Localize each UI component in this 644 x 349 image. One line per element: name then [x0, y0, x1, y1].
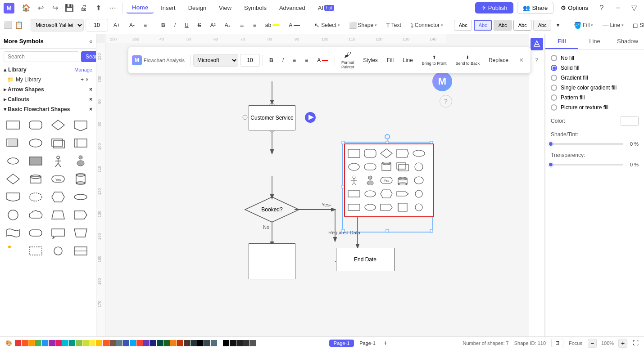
search-button[interactable]: Search: [81, 51, 96, 62]
sp-drum3[interactable]: [413, 174, 425, 187]
home-nav-icon[interactable]: 🏠: [20, 2, 32, 14]
fill-option-single-gradient[interactable]: Single color gradient fill: [551, 85, 639, 91]
sp-circle4[interactable]: [413, 201, 425, 214]
fullscreen-btn[interactable]: ⛶: [633, 340, 639, 346]
ft-align2-btn[interactable]: ≡: [301, 55, 312, 65]
sp-oval3[interactable]: [364, 188, 376, 200]
text-tool-btn[interactable]: T Text: [382, 20, 405, 31]
align-btn[interactable]: ≡: [140, 20, 150, 30]
basic-flowchart-section[interactable]: ▾ Basic Flowchart Shapes ×: [0, 104, 96, 114]
palette-dark-orange[interactable]: [177, 340, 183, 346]
subscript-btn[interactable]: A₂: [221, 20, 234, 30]
style-swatch-5[interactable]: Abc: [533, 20, 551, 31]
rp-tab-fill[interactable]: Fill: [545, 34, 578, 49]
palette-orange1[interactable]: [22, 340, 28, 346]
nav-tab-design[interactable]: Design: [183, 3, 212, 13]
ft-replace-btn[interactable]: Replace: [485, 55, 512, 65]
nav-tab-advanced[interactable]: Advanced: [274, 3, 311, 13]
zoom-in-btn[interactable]: +: [618, 339, 627, 348]
connector-tool-btn[interactable]: ⤵ Connector ▾: [407, 20, 447, 31]
nav-tab-symbols[interactable]: Symbols: [239, 3, 272, 13]
palette-pink[interactable]: [55, 340, 62, 346]
close-arrow-shapes-btn[interactable]: ×: [89, 86, 92, 93]
palette-deep-purple[interactable]: [143, 340, 150, 346]
more-nav-btn[interactable]: ⋯: [106, 2, 119, 14]
styles-expand-btn[interactable]: ▾: [553, 20, 563, 30]
sp-diamond[interactable]: [380, 147, 393, 160]
palette-dark-green[interactable]: [163, 340, 170, 346]
shape-dashed-rect[interactable]: [26, 243, 45, 259]
palette-black[interactable]: [197, 340, 204, 346]
font-family-select[interactable]: Microsoft YaHei: [31, 19, 84, 31]
sidebar-collapse-btn[interactable]: «: [89, 38, 92, 45]
fill-option-solid[interactable]: Solid fill: [551, 65, 639, 71]
sp-circle2[interactable]: [413, 161, 425, 173]
sp-rect2[interactable]: [348, 188, 360, 200]
fill-option-gradient[interactable]: Gradient fill: [551, 75, 639, 81]
shade-slider-thumb[interactable]: [548, 141, 553, 147]
style-swatch-3[interactable]: Abc: [494, 20, 512, 31]
font-color-btn[interactable]: A: [285, 20, 304, 30]
sp-hex[interactable]: [380, 188, 393, 200]
shape-trapezoid2[interactable]: [71, 225, 90, 241]
shape-striped-rect[interactable]: [71, 135, 90, 151]
fit-page-btn[interactable]: ⊡: [551, 339, 563, 347]
color-picker-swatch[interactable]: [621, 116, 639, 126]
style-swatch-2[interactable]: Abc: [474, 20, 492, 31]
shape-trapezoid[interactable]: [49, 207, 68, 223]
fill-option-pattern[interactable]: Pattern fill: [551, 94, 639, 101]
palette-dark-amber[interactable]: [170, 340, 177, 346]
ft-font-size-input[interactable]: [240, 54, 260, 67]
nav-tab-insert[interactable]: Insert: [155, 3, 181, 13]
my-library-item[interactable]: 📁 My Library + ×: [0, 75, 96, 85]
sp-yes[interactable]: Yes: [380, 174, 393, 187]
palette-amber[interactable]: [28, 340, 35, 346]
sp-oval4[interactable]: [364, 201, 376, 214]
help-panel-icon[interactable]: ?: [531, 54, 543, 67]
sp-double-line[interactable]: [396, 161, 409, 173]
sp-wide-oval[interactable]: [413, 147, 425, 160]
transparency-slider-thumb[interactable]: [548, 162, 553, 167]
bold-btn[interactable]: B: [158, 20, 169, 30]
close-basic-flowchart-btn[interactable]: ×: [89, 106, 92, 112]
palette-red2[interactable]: [136, 340, 143, 346]
decrease-font-btn[interactable]: A-: [126, 20, 138, 30]
palette-light-blue[interactable]: [130, 340, 136, 346]
sp-rect[interactable]: [348, 147, 360, 160]
palette-indigo[interactable]: [123, 340, 129, 346]
sp-rect3[interactable]: [348, 201, 360, 214]
palette-amber2[interactable]: [96, 340, 102, 346]
fill-option-none[interactable]: No fill: [551, 55, 639, 61]
ft-align-btn[interactable]: ≡: [289, 55, 299, 65]
shape-wave[interactable]: [4, 225, 23, 241]
shadow-tb-btn[interactable]: ◻ Shadow ▾: [629, 20, 644, 31]
shape-rect-bottom[interactable]: [4, 189, 23, 205]
sp-man[interactable]: [348, 174, 360, 187]
ft-send-back-btn[interactable]: ⬇ Send to Back: [452, 53, 483, 67]
sp-arrow-right[interactable]: [396, 188, 409, 200]
shape-pentagon[interactable]: [71, 117, 90, 133]
sp-cylinder2[interactable]: [396, 174, 409, 187]
font-size-input[interactable]: [86, 19, 108, 31]
end-date-box[interactable]: End Date: [336, 248, 395, 271]
shape-circle2[interactable]: [49, 243, 68, 259]
shape-hexagon[interactable]: [49, 189, 68, 205]
nav-tab-ai[interactable]: AI hot: [313, 3, 340, 13]
close-callouts-btn[interactable]: ×: [89, 96, 92, 103]
sp-tri[interactable]: [396, 201, 409, 214]
options-button[interactable]: ⚙Options: [557, 2, 592, 13]
palette-blue-grey[interactable]: [116, 340, 122, 346]
shape-callout[interactable]: [49, 225, 68, 241]
shape-dark-rect[interactable]: [26, 153, 45, 169]
manage-library-btn[interactable]: Manage: [74, 67, 92, 72]
transparency-slider-track[interactable]: [551, 164, 623, 166]
fill-option-picture[interactable]: Picture or texture fill: [551, 104, 639, 111]
share-button[interactable]: 👥Share: [517, 2, 553, 14]
ft-italic-btn[interactable]: I: [279, 55, 287, 65]
ft-format-painter-btn[interactable]: 🖌 Format Painter: [338, 49, 358, 71]
palette-light-green[interactable]: [76, 340, 82, 346]
ft-text-color-btn[interactable]: A: [313, 55, 332, 65]
sp-circle3[interactable]: [413, 188, 425, 200]
close-library-btn[interactable]: ×: [86, 76, 89, 83]
palette-blue[interactable]: [42, 340, 48, 346]
